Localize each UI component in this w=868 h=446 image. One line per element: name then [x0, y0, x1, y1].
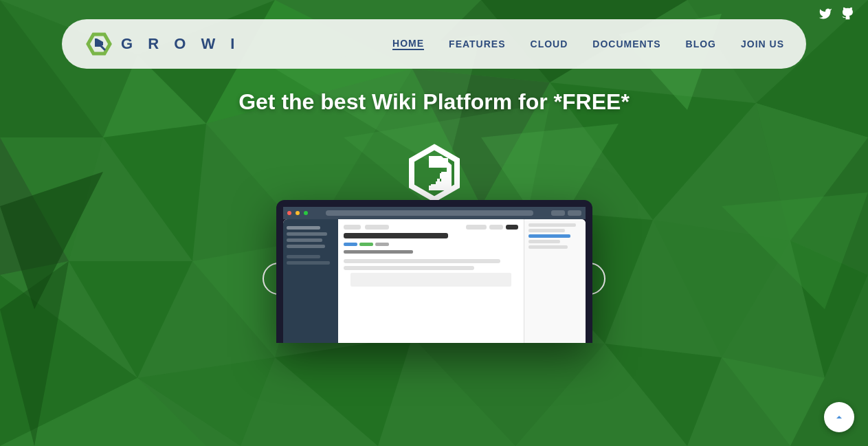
nav-blog[interactable]: BLOG — [686, 38, 716, 49]
nav-cloud[interactable]: CLOUD — [531, 38, 568, 49]
chevron-up-icon — [834, 412, 845, 423]
hero-title: Get the best Wiki Platform for *FREE* — [238, 89, 630, 115]
growi-logo-icon — [84, 29, 114, 59]
screen-header — [283, 207, 586, 219]
screen-subtext — [344, 250, 414, 254]
dot-red — [287, 211, 291, 215]
nav-joinus[interactable]: JOIN US — [741, 38, 784, 49]
nav-features[interactable]: FEATURES — [449, 38, 505, 49]
logo-area: G R O W I — [84, 29, 240, 59]
nav-documents[interactable]: DOCUMENTS — [592, 38, 660, 49]
tag-gray — [375, 243, 389, 246]
hero-section: Get the best Wiki Platform for *FREE* G … — [0, 89, 868, 322]
screen-line-1 — [344, 259, 501, 263]
screen-content — [283, 219, 586, 343]
screen-formula — [350, 273, 511, 287]
dot-yellow — [296, 211, 300, 215]
screen-right-panel — [524, 219, 586, 343]
screen-main — [338, 219, 524, 343]
twitter-icon[interactable] — [819, 7, 832, 24]
tag-green — [359, 243, 373, 246]
scroll-top-button[interactable] — [824, 402, 854, 432]
nav-home[interactable]: HOME — [392, 38, 424, 50]
laptop-frame — [276, 200, 592, 343]
github-icon[interactable] — [841, 7, 854, 24]
social-icons — [819, 7, 854, 24]
tag-blue — [344, 243, 357, 246]
header-bar: G R O W I HOME FEATURES CLOUD DOCUMENTS … — [62, 19, 806, 69]
screen-sidebar — [283, 219, 338, 343]
screen-line-2 — [344, 266, 475, 270]
dot-green — [304, 211, 308, 215]
url-bar — [326, 210, 533, 216]
screen-title-line — [344, 233, 448, 238]
laptop-mockup — [276, 200, 592, 343]
logo-text: G R O W I — [121, 35, 240, 53]
laptop-screen — [283, 219, 586, 343]
main-nav: HOME FEATURES CLOUD DOCUMENTS BLOG JOIN … — [392, 38, 784, 50]
screen-tags — [344, 243, 518, 246]
